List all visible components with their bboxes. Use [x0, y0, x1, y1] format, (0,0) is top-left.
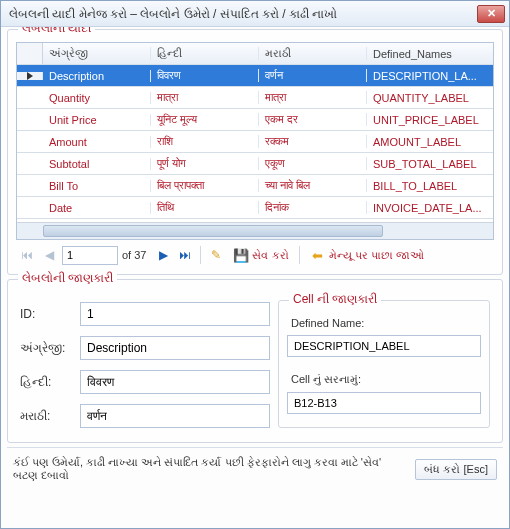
grid-header-english[interactable]: અંગ્રેજી — [43, 47, 151, 60]
cell[interactable]: Amount — [43, 136, 151, 148]
cell[interactable]: INVOICE_DATE_LA... — [367, 202, 493, 214]
cell[interactable]: Date — [43, 202, 151, 214]
cell[interactable]: रक्कम — [259, 135, 367, 148]
cell[interactable]: बिल प्रापक्ता — [151, 179, 259, 192]
hindi-input[interactable] — [80, 370, 270, 394]
nav-current-input[interactable] — [62, 246, 118, 265]
row-indicator-icon — [27, 72, 33, 80]
id-label: ID: — [20, 307, 72, 321]
cell[interactable]: Unit Price — [43, 114, 151, 126]
cell[interactable]: SUB_TOTAL_LABEL — [367, 158, 493, 170]
nav-total-label: of 37 — [122, 249, 146, 261]
hindi-label: હિન્દી: — [20, 375, 72, 389]
english-label: અંગ્રેજી: — [20, 341, 72, 355]
english-field: અંગ્રેજી: — [20, 336, 270, 360]
details-left-column: ID: અંગ્રેજી: હિન્દી: મરાઠી: — [20, 300, 270, 428]
cell[interactable]: तिथि — [151, 201, 259, 214]
cell[interactable]: मात्रा — [151, 91, 259, 104]
cell[interactable]: BILL_TO_LABEL — [367, 180, 493, 192]
grid-body: Descriptionविवरणवर्णनDESCRIPTION_LA...Qu… — [17, 65, 493, 222]
marathi-input[interactable] — [80, 404, 270, 428]
close-icon: ✕ — [487, 7, 496, 20]
cell-address-input[interactable] — [287, 392, 481, 414]
save-button[interactable]: 💾 સેવ કરો — [229, 245, 292, 265]
nav-last-button[interactable]: ⏭ — [176, 246, 194, 264]
nav-first-button[interactable]: ⏮ — [18, 246, 36, 264]
table-row[interactable]: Bill Toबिल प्रापक्ताच्या नावे बिलBILL_TO… — [17, 175, 493, 197]
cell[interactable]: Quantity — [43, 92, 151, 104]
nav-next-button[interactable]: ▶ — [154, 246, 172, 264]
back-to-menu-button[interactable]: ⬅ મેન્યૂ પર પાછા જાઓ — [306, 245, 428, 265]
grid-header-hindi[interactable]: હિન્દી — [151, 47, 259, 60]
body: લેબલોની યાદી અંગ્રેજી હિન્દી મરાઠી Defin… — [1, 27, 509, 528]
separator — [299, 246, 300, 264]
nav-prev-button[interactable]: ◀ — [40, 246, 58, 264]
table-row[interactable]: Unit Priceयूनिट मूल्यएकम दरUNIT_PRICE_LA… — [17, 109, 493, 131]
back-arrow-icon: ⬅ — [310, 247, 326, 263]
pencil-icon: ✎ — [211, 248, 221, 262]
next-icon: ▶ — [159, 248, 168, 262]
defined-name-label: Defined Name: — [291, 317, 481, 329]
grid-horizontal-scrollbar[interactable] — [17, 222, 493, 239]
details-area: ID: અંગ્રેજી: હિન્દી: મરાઠી: — [16, 294, 494, 434]
cell[interactable]: Bill To — [43, 180, 151, 192]
cell[interactable]: एकम दर — [259, 113, 367, 126]
cell-info-group: Cell ની જાણકારી Defined Name: Cell નું સ… — [278, 300, 490, 428]
table-row[interactable]: Quantityमात्रामात्राQUANTITY_LABEL — [17, 87, 493, 109]
marathi-label: મરાઠી: — [20, 409, 72, 423]
cell[interactable]: AMOUNT_LABEL — [367, 136, 493, 148]
prev-icon: ◀ — [45, 248, 54, 262]
close-button[interactable]: બંધ કરો [Esc] — [415, 459, 497, 480]
id-field: ID: — [20, 302, 270, 326]
cell-info-legend: Cell ની જાણકારી — [289, 292, 381, 306]
table-row[interactable]: Amountराशिरक्कमAMOUNT_LABEL — [17, 131, 493, 153]
table-row[interactable]: DateतिथिदिनांकINVOICE_DATE_LA... — [17, 197, 493, 219]
labels-list-legend: લેબલોની યાદી — [18, 27, 95, 35]
titlebar: લેબલની યાદી મેનેજ કરો – લેબલોને ઉમેરો / … — [1, 1, 509, 27]
label-details-legend: લેબલોની જાણકારી — [18, 271, 117, 285]
cell[interactable]: राशि — [151, 135, 259, 148]
first-icon: ⏮ — [21, 248, 33, 262]
footer-hint: કંઈ પણ ઉમેર્યા, કાઢી નાખ્યા અને સંપાદિત … — [13, 456, 407, 482]
last-icon: ⏭ — [179, 248, 191, 262]
window: લેબલની યાદી મેનેજ કરો – લેબલોને ઉમેરો / … — [0, 0, 510, 529]
cell[interactable]: एकूण — [259, 157, 367, 170]
window-title: લેબલની યાદી મેનેજ કરો – લેબલોને ઉમેરો / … — [9, 7, 477, 21]
defined-name-input[interactable] — [287, 335, 481, 357]
table-row[interactable]: Descriptionविवरणवर्णनDESCRIPTION_LA... — [17, 65, 493, 87]
label-details-group: લેબલોની જાણકારી ID: અંગ્રેજી: હિન્દી: — [7, 279, 503, 443]
cell[interactable]: दिनांक — [259, 201, 367, 214]
grid-header: અંગ્રેજી હિન્દી મરાઠી Defined_Names — [17, 43, 493, 65]
cell[interactable]: मात्रा — [259, 91, 367, 104]
save-label: સેવ કરો — [252, 249, 288, 262]
cell[interactable]: QUANTITY_LABEL — [367, 92, 493, 104]
id-input[interactable] — [80, 302, 270, 326]
edit-button[interactable]: ✎ — [207, 246, 225, 264]
window-close-button[interactable]: ✕ — [477, 5, 505, 23]
cell[interactable]: Description — [43, 70, 151, 82]
hindi-field: હિન્દી: — [20, 370, 270, 394]
grid-header-defined[interactable]: Defined_Names — [367, 48, 493, 60]
cell[interactable]: विवरण — [151, 69, 259, 82]
table-row[interactable]: Subtotalपूर्ण योगएकूणSUB_TOTAL_LABEL — [17, 153, 493, 175]
cell[interactable]: UNIT_PRICE_LABEL — [367, 114, 493, 126]
cell[interactable]: DESCRIPTION_LA... — [367, 70, 493, 82]
cell[interactable]: वर्णन — [259, 69, 367, 82]
cell-address-label: Cell નું સરનામું: — [291, 373, 481, 386]
scrollbar-thumb[interactable] — [43, 225, 383, 237]
cell[interactable]: पूर्ण योग — [151, 157, 259, 170]
cell[interactable]: Subtotal — [43, 158, 151, 170]
labels-list-group: લેબલોની યાદી અંગ્રેજી હિન્દી મરાઠી Defin… — [7, 29, 503, 275]
floppy-icon: 💾 — [233, 247, 249, 263]
back-label: મેન્યૂ પર પાછા જાઓ — [329, 249, 424, 262]
separator — [200, 246, 201, 264]
cell[interactable]: च्या नावे बिल — [259, 179, 367, 192]
grid-header-marathi[interactable]: મરાઠી — [259, 47, 367, 60]
english-input[interactable] — [80, 336, 270, 360]
navigator: ⏮ ◀ of 37 ▶ ⏭ ✎ 💾 સેવ ક — [16, 240, 494, 266]
cell[interactable]: यूनिट मूल्य — [151, 113, 259, 126]
labels-grid[interactable]: અંગ્રેજી હિન્દી મરાઠી Defined_Names Desc… — [16, 42, 494, 240]
footer: કંઈ પણ ઉમેર્યા, કાઢી નાખ્યા અને સંપાદિત … — [7, 447, 503, 490]
marathi-field: મરાઠી: — [20, 404, 270, 428]
